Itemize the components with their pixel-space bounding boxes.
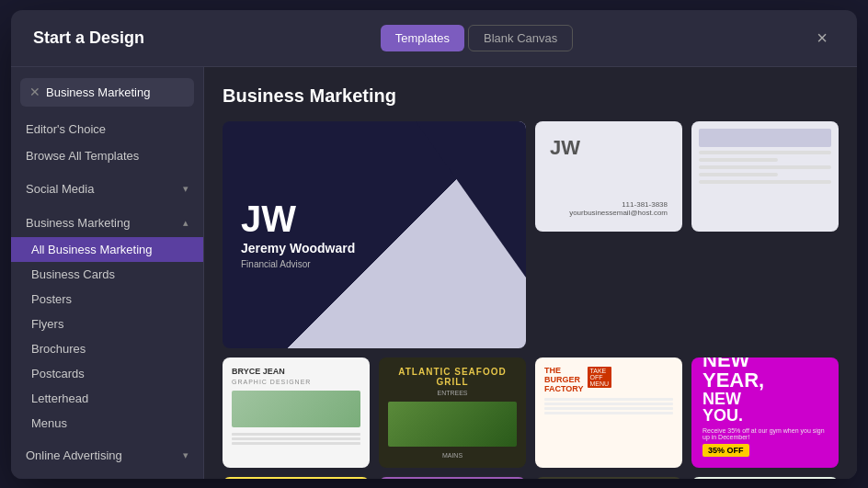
template-card-bryce[interactable]: BRYCE JEAN Graphic Designer — [223, 357, 370, 468]
sidebar-quick-links: Editor's Choice Browse All Templates — [11, 116, 203, 169]
template-card-real-estate[interactable]: REALESTATESEMINAR AUG3-6 — [691, 477, 839, 479]
modal: Start a Design Templates Blank Canvas × … — [11, 10, 857, 479]
chevron-up-icon-business: ▴ — [183, 217, 188, 229]
sidebar-item-flyers[interactable]: Flyers — [11, 312, 203, 336]
seafood-mains: MAINS — [388, 452, 517, 459]
bryce-line-1 — [232, 433, 360, 436]
modal-title: Start a Design — [33, 28, 144, 48]
letterhead-line-3 — [699, 165, 831, 169]
jw-small-contact: 111-381-3838yourbusinessemail@host.com — [550, 200, 668, 217]
burger-line-3 — [544, 407, 673, 410]
burger-line-4 — [544, 412, 673, 414]
tab-templates[interactable]: Templates — [381, 25, 464, 51]
burger-logo-text: THEBURGERFACTORY — [544, 367, 584, 394]
gym-badge: 35% OFF — [702, 444, 749, 457]
burger-line-1 — [544, 398, 673, 401]
template-card-seafood[interactable]: ATLANTIC SEAFOOD GRILL ENTREES MAINS — [379, 357, 526, 468]
clear-icon[interactable]: ✕ — [29, 85, 40, 99]
sidebar-item-postcards[interactable]: Postcards — [11, 361, 203, 386]
sidebar-section-events: Events and Cards ▾ — [11, 475, 203, 479]
template-card-burger[interactable]: THEBURGERFACTORY TAKEOFFMENU — [535, 357, 682, 468]
templates-grid: JW Jeremy Woodward Financial Advisor JW … — [223, 121, 839, 479]
sidebar-item-posters[interactable]: Posters — [11, 287, 203, 312]
letterhead-line-2 — [699, 158, 778, 162]
sidebar-section-social-media: Social Media ▾ — [11, 175, 203, 203]
sidebar-item-brochures[interactable]: Brochures — [11, 336, 203, 361]
sidebar-item-menus[interactable]: Menus — [11, 411, 203, 436]
template-card-letterhead[interactable] — [691, 121, 839, 232]
jw-content: JW Jeremy Woodward Financial Advisor — [241, 200, 355, 269]
bryce-subtitle: Graphic Designer — [232, 379, 360, 385]
sidebar-section-label-business: Business Marketing — [26, 216, 130, 230]
jw-name: Jeremy Woodward — [241, 241, 355, 255]
gym-text-new-year: NEWYEAR, — [702, 357, 828, 391]
gym-text-new-you: NEWYOU. — [702, 391, 828, 424]
sidebar-section-header-online[interactable]: Online Advertising ▾ — [11, 441, 203, 470]
template-card-jw-wide[interactable]: JW Jeremy Woodward Financial Advisor — [223, 121, 526, 349]
sidebar-section-label-social: Social Media — [26, 182, 94, 196]
template-card-food2[interactable] — [535, 477, 682, 479]
search-input[interactable] — [46, 85, 200, 99]
bryce-image — [232, 391, 360, 427]
close-button[interactable]: × — [809, 25, 835, 51]
main-content: Business Marketing JW Jeremy Woodward Fi… — [204, 67, 857, 479]
letterhead-line-1 — [699, 151, 831, 154]
bryce-line-2 — [232, 437, 360, 440]
sidebar-item-all-business-marketing[interactable]: All Business Marketing — [11, 237, 203, 262]
letterhead-line-5 — [699, 180, 831, 184]
tab-blank-canvas[interactable]: Blank Canvas — [468, 25, 573, 51]
sidebar-section-business-marketing: Business Marketing ▴ All Business Market… — [11, 209, 203, 436]
template-card-yellow[interactable] — [223, 477, 370, 479]
modal-body: ✕ 🔍 Editor's Choice Browse All Templates… — [11, 67, 857, 479]
sidebar-item-letterhead[interactable]: Letterhead — [11, 386, 203, 411]
jw-small-logo: JW — [550, 136, 580, 160]
jw-logo: JW — [241, 200, 355, 237]
sidebar-link-editors-choice[interactable]: Editor's Choice — [11, 116, 203, 142]
jw-triangle — [416, 121, 526, 278]
gym-promo-text: Receive 35% off at our gym when you sign… — [702, 427, 828, 440]
bryce-name: BRYCE JEAN — [232, 367, 360, 376]
search-bar: ✕ 🔍 — [20, 78, 194, 107]
sidebar-section-header-business[interactable]: Business Marketing ▴ — [11, 209, 203, 237]
header-tabs: Templates Blank Canvas — [381, 25, 573, 51]
sidebar-link-browse-all[interactable]: Browse All Templates — [11, 142, 203, 169]
sidebar-section-label-online: Online Advertising — [26, 448, 122, 462]
modal-header: Start a Design Templates Blank Canvas × — [11, 10, 857, 67]
burger-menu-label: TAKEOFFMENU — [588, 367, 612, 388]
seafood-image — [388, 402, 517, 447]
burger-header: THEBURGERFACTORY TAKEOFFMENU — [544, 367, 673, 394]
letterhead-line-4 — [699, 173, 778, 176]
template-card-gym[interactable]: NEWYEAR, NEWYOU. Receive 35% off at our … — [691, 357, 839, 468]
template-card-holiday[interactable]: Contact us today to take advantage of th… — [379, 477, 526, 479]
chevron-down-icon-social: ▾ — [183, 183, 188, 195]
sidebar-section-header-social[interactable]: Social Media ▾ — [11, 175, 203, 203]
jw-advisor-title: Financial Advisor — [241, 259, 355, 269]
burger-line-2 — [544, 403, 673, 405]
sidebar-item-business-cards[interactable]: Business Cards — [11, 262, 203, 287]
bryce-lines — [232, 433, 360, 445]
chevron-down-icon-online: ▾ — [183, 449, 188, 461]
sidebar-section-header-events[interactable]: Events and Cards ▾ — [11, 475, 203, 479]
main-content-title: Business Marketing — [223, 85, 839, 107]
sidebar: ✕ 🔍 Editor's Choice Browse All Templates… — [11, 67, 204, 479]
sidebar-section-online-advertising: Online Advertising ▾ — [11, 441, 203, 470]
burger-lines — [544, 398, 673, 459]
seafood-subtitle: ENTREES — [388, 390, 517, 396]
seafood-title: ATLANTIC SEAFOOD GRILL — [388, 367, 517, 387]
template-card-jw-small[interactable]: JW 111-381-3838yourbusinessemail@host.co… — [535, 121, 682, 232]
bryce-line-3 — [232, 442, 360, 445]
letterhead-header-bar — [699, 129, 831, 147]
burger-logo-area: THEBURGERFACTORY — [544, 367, 584, 394]
